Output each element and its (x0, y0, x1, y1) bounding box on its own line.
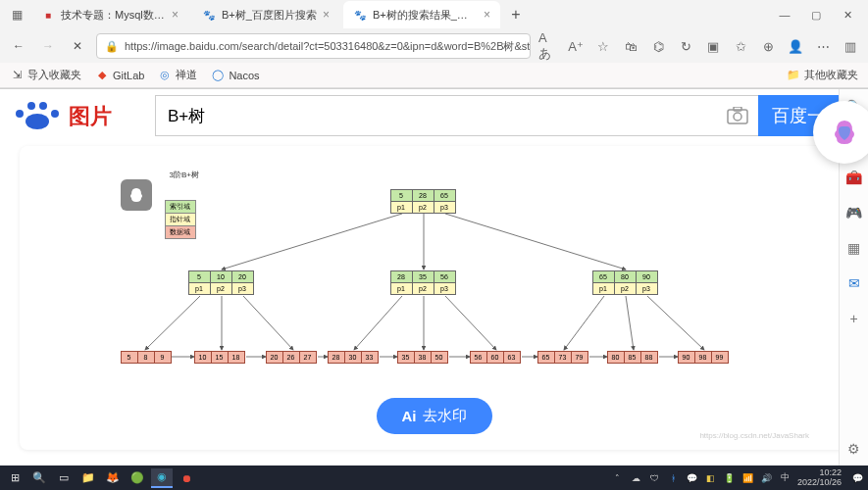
tab-bplus-result[interactable]: 🐾 B+树的搜索结果_百度图片搜索 × (343, 1, 500, 28)
search-query: B+树 (168, 105, 205, 127)
ai-brain-icon[interactable] (121, 179, 152, 211)
source-watermark: https://blog.csdn.net/JavaShark (699, 431, 809, 440)
tray-wifi-icon[interactable]: 📶 (741, 473, 755, 483)
recorder-icon[interactable]: ⏺ (176, 468, 197, 488)
read-aloud-icon[interactable]: Aあ (538, 36, 558, 56)
tab-label: 技术专题：Mysql数据库（视图.. (61, 8, 166, 23)
diagram-title: 3阶B+树 (170, 170, 199, 180)
tray-wechat-icon[interactable]: 💬 (686, 473, 699, 483)
task-view-icon[interactable]: ▭ (53, 468, 75, 488)
tray-onedrive-icon[interactable]: ☁ (630, 473, 643, 483)
svg-line-18 (564, 296, 604, 350)
profile-icon[interactable]: 👤 (786, 36, 805, 56)
tab-label: B+树的搜索结果_百度图片搜索 (373, 8, 478, 23)
sidebar-office-icon[interactable]: ▦ (844, 238, 864, 258)
browser-chrome: ▦ ■ 技术专题：Mysql数据库（视图.. × 🐾 B+树_百度图片搜索 × … (0, 0, 868, 89)
bookmark-zentao[interactable]: ◎禅道 (158, 68, 197, 82)
image-viewer: › 3阶B+树 索引域 指针域 数据域 (20, 146, 848, 450)
taskbar-clock[interactable]: 10:22 2022/10/26 (797, 468, 845, 488)
tray-shield-icon[interactable]: 🛡 (648, 473, 662, 483)
tray-ime-icon[interactable]: 中 (779, 471, 792, 484)
svg-line-15 (354, 296, 402, 350)
svg-point-1 (27, 102, 35, 110)
shopping-icon[interactable]: 🛍 (621, 36, 640, 56)
windows-taskbar: ⊞ 🔍 ▭ 📁 🦊 🟢 ◉ ⏺ ˄ ☁ 🛡 ᚼ 💬 ◧ 🔋 📶 🔊 中 10:2… (0, 466, 868, 490)
leaf-3: 283033 (328, 351, 379, 364)
explorer-icon[interactable]: 📁 (77, 468, 99, 488)
copilot-icon[interactable]: ▥ (841, 36, 860, 56)
sidebar-more-icon[interactable]: + (844, 309, 864, 328)
tray-expand-icon[interactable]: ˄ (611, 473, 625, 483)
camera-icon[interactable] (727, 105, 748, 126)
legend-pointer: 指针域 (165, 213, 196, 226)
sidebar-outlook-icon[interactable]: ✉ (844, 273, 864, 293)
baidu-image-logo[interactable]: 图片 (12, 96, 147, 135)
leaf-2: 202627 (266, 351, 317, 364)
start-button[interactable]: ⊞ (4, 468, 26, 488)
import-icon: ⇲ (10, 69, 24, 82)
minimize-button[interactable]: — (770, 1, 799, 28)
sidebar-toggle-icon[interactable]: ▣ (703, 36, 723, 56)
url-text: https://image.baidu.com/search/detail?ct… (125, 39, 531, 54)
tray-bluetooth-icon[interactable]: ᚼ (667, 473, 681, 483)
edge-icon[interactable]: ◉ (151, 468, 173, 488)
tray-volume-icon[interactable]: 🔊 (760, 473, 774, 483)
legend-index: 索引域 (165, 200, 196, 214)
sidebar-settings-icon[interactable]: ⚙ (844, 439, 864, 459)
favorites-icon[interactable]: ✩ (731, 36, 750, 56)
url-input[interactable]: 🔒 https://image.baidu.com/search/detail?… (96, 33, 531, 59)
leaf-6: 657379 (537, 351, 588, 364)
leaf-5: 566063 (470, 351, 521, 364)
stop-button[interactable]: ✕ (67, 35, 88, 57)
close-icon[interactable]: × (323, 8, 330, 22)
svg-rect-6 (728, 110, 747, 123)
menu-icon[interactable]: ⋯ (813, 36, 833, 56)
chrome-icon[interactable]: 🟢 (127, 468, 148, 488)
bookmark-gitlab[interactable]: ◆GitLab (95, 69, 144, 82)
baidu-header: 图片 B+树 百度一下 (0, 89, 868, 146)
search-taskbar-icon[interactable]: 🔍 (28, 468, 50, 488)
svg-line-12 (145, 296, 200, 350)
forward-button[interactable]: → (37, 35, 59, 57)
gitlab-icon: ◆ (95, 69, 109, 82)
tab-mysql[interactable]: ■ 技术专题：Mysql数据库（视图.. × (31, 1, 188, 28)
tray-app-icon[interactable]: ◧ (704, 473, 718, 483)
sidebar-games-icon[interactable]: 🎮 (844, 203, 864, 222)
baidu-icon: 🐾 (353, 8, 367, 22)
tab-manager-icon[interactable]: ▦ (6, 8, 27, 22)
sidebar-tools-icon[interactable]: 🧰 (844, 168, 864, 187)
leaf-7: 808588 (607, 351, 658, 364)
collections-icon[interactable]: ⊕ (758, 36, 778, 56)
bookmarks-bar: ⇲导入收藏夹 ◆GitLab ◎禅道 ◯Nacos 📁其他收藏夹 (0, 63, 868, 88)
close-icon[interactable]: × (172, 8, 179, 22)
root-node: 52865p1p2p3 (390, 189, 456, 214)
pdf-icon: ■ (41, 8, 55, 22)
search-input[interactable]: B+树 (155, 95, 758, 136)
favorite-icon[interactable]: ☆ (593, 36, 613, 56)
refresh-icon[interactable]: ↻ (676, 36, 695, 56)
bplus-tree-diagram: 3阶B+树 索引域 指针域 数据域 (121, 156, 748, 411)
svg-point-3 (51, 110, 59, 118)
firefox-icon[interactable]: 🦊 (102, 468, 124, 488)
nacos-icon: ◯ (211, 69, 225, 82)
bookmark-nacos[interactable]: ◯Nacos (211, 69, 259, 82)
bookmark-import[interactable]: ⇲导入收藏夹 (10, 68, 81, 82)
tab-bplus-search[interactable]: 🐾 B+树_百度图片搜索 × (192, 1, 339, 28)
notifications-icon[interactable]: 💬 (850, 473, 864, 483)
legend-data: 数据域 (165, 225, 196, 239)
svg-point-0 (16, 110, 24, 118)
new-tab-button[interactable]: + (504, 6, 528, 24)
mid-node-0: 51020p1p2p3 (188, 270, 254, 295)
maximize-button[interactable]: ▢ (801, 1, 831, 28)
search-box: B+树 百度一下 (155, 95, 856, 136)
extension-icon[interactable]: ⌬ (648, 36, 668, 56)
remove-watermark-button[interactable]: Ai 去水印 (377, 398, 492, 434)
mid-node-2: 658090p1p2p3 (592, 270, 658, 295)
ai-assistant-bubble[interactable] (813, 101, 868, 164)
font-icon[interactable]: A⁺ (566, 36, 586, 56)
back-button[interactable]: ← (8, 35, 29, 57)
other-bookmarks[interactable]: 📁其他收藏夹 (787, 68, 858, 82)
tray-battery-icon[interactable]: 🔋 (723, 473, 737, 483)
close-icon[interactable]: × (484, 8, 490, 22)
close-window-button[interactable]: ✕ (833, 1, 862, 28)
